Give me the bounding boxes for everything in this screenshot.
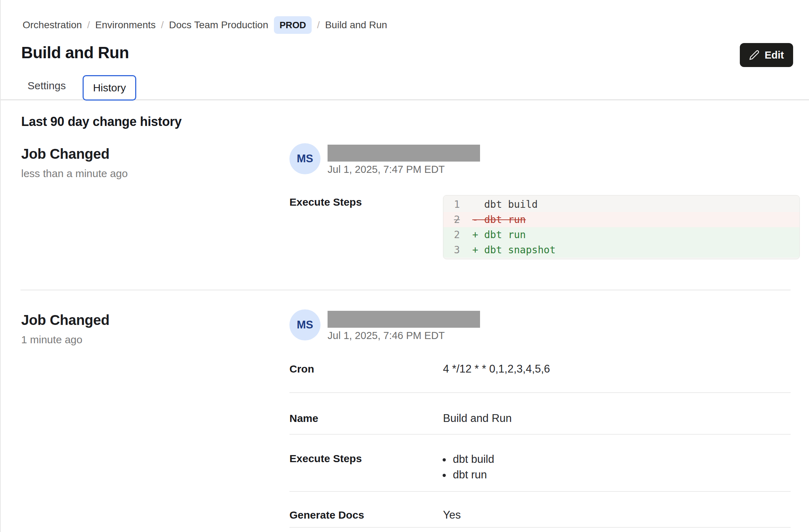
avatar: MS [289,143,320,174]
diff-line-context: 1 dbt build [443,197,799,212]
cron-label: Cron [289,362,443,376]
name-value: Build and Run [443,411,791,425]
redacted-username-bar [328,311,480,328]
breadcrumb-separator: / [161,17,164,33]
detail-row-generate-docs: Generate Docs Yes [289,492,791,528]
detail-row-execute-steps: Execute Steps dbt build dbt run [289,435,791,492]
execute-step-item: dbt build [451,452,791,467]
diff-line-code: dbt build [472,197,538,212]
breadcrumb: Orchestration / Environments / Docs Team… [23,16,800,34]
entry-summary: Job Changed 1 minute ago [21,309,289,528]
entry-detail: MS Jul 1, 2025, 7:47 PM EDT Execute Step… [289,143,800,259]
page-header: Build and Run Edit [21,43,793,67]
breadcrumb-current-page: Build and Run [325,17,387,33]
diff-line-number: 2 [443,227,472,242]
execute-step-item: dbt run [451,467,791,483]
entry-divider [20,290,791,290]
edit-button[interactable]: Edit [740,43,793,67]
execute-steps-diff: 1 dbt build 2- dbt run 2+ dbt run 3+ dbt… [443,195,800,259]
generate-docs-value: Yes [443,508,791,522]
cron-value: 4 */12 * * 0,1,2,3,4,5,6 [443,362,791,376]
diff-line-code: + dbt snapshot [472,242,556,258]
detail-row-name: Name Build and Run [289,393,791,435]
entry-title: Job Changed [21,146,289,162]
entry-detail: MS Jul 1, 2025, 7:46 PM EDT Cron 4 */12 … [289,309,800,528]
tab-settings[interactable]: Settings [21,73,72,99]
diff-line-added: 3+ dbt snapshot [443,242,799,258]
generate-docs-label: Generate Docs [289,508,443,522]
avatar: MS [289,309,320,340]
diff-line-removed: 2- dbt run [443,212,799,227]
name-label: Name [289,411,443,425]
diff-line-number: 2 [443,212,472,227]
history-entry: Job Changed less than a minute ago MS Ju… [21,143,800,290]
tab-history[interactable]: History [83,75,136,101]
entry-summary: Job Changed less than a minute ago [21,143,289,259]
execute-steps-row: Execute Steps 1 dbt build 2- dbt run 2+ … [289,195,800,259]
entry-timestamp: Jul 1, 2025, 7:47 PM EDT [328,164,480,175]
redacted-username-bar [328,145,480,162]
diff-line-code: - dbt run [472,212,526,227]
tab-bar: Settings History [1,73,809,100]
entry-title: Job Changed [21,312,289,328]
breadcrumb-environment-name[interactable]: Docs Team Production [169,17,268,33]
execute-steps-label: Execute Steps [289,452,443,483]
history-entry: Job Changed 1 minute ago MS Jul 1, 2025,… [21,309,800,528]
entry-time-ago: 1 minute ago [21,334,289,346]
diff-line-number: 1 [443,197,472,212]
entry-timestamp: Jul 1, 2025, 7:46 PM EDT [328,330,480,341]
user-row: MS Jul 1, 2025, 7:46 PM EDT [289,309,800,341]
breadcrumb-separator: / [317,17,320,33]
breadcrumb-separator: / [87,17,90,33]
user-row: MS Jul 1, 2025, 7:47 PM EDT [289,143,800,175]
page-title: Build and Run [21,43,129,62]
detail-row-cron: Cron 4 */12 * * 0,1,2,3,4,5,6 [289,345,791,393]
diff-line-code: + dbt run [472,227,526,242]
execute-steps-list: dbt build dbt run [443,452,791,483]
prod-environment-badge: PROD [274,16,312,34]
breadcrumb-environments[interactable]: Environments [95,17,156,33]
user-meta: Jul 1, 2025, 7:47 PM EDT [328,143,480,175]
breadcrumb-orchestration[interactable]: Orchestration [23,17,82,33]
diff-line-number: 3 [443,242,472,258]
history-panel: Last 90 day change history Job Changed l… [1,114,809,528]
user-meta: Jul 1, 2025, 7:46 PM EDT [328,309,480,341]
job-history-page: Orchestration / Environments / Docs Team… [0,0,809,532]
edit-button-label: Edit [765,49,784,61]
history-section-heading: Last 90 day change history [21,114,800,129]
diff-line-added: 2+ dbt run [443,227,799,242]
change-detail-rows: Cron 4 */12 * * 0,1,2,3,4,5,6 Name Build… [289,345,791,528]
execute-steps-label: Execute Steps [289,195,443,259]
entry-time-ago: less than a minute ago [21,168,289,180]
pencil-icon [749,50,760,60]
